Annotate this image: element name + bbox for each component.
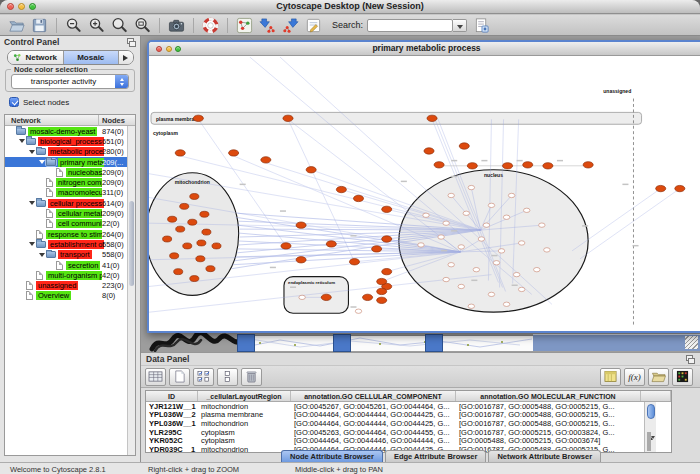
tree-row[interactable]: multi-organism pro42(0)	[5, 270, 135, 280]
magnifier-minus-icon	[65, 17, 82, 34]
network-canvas[interactable]: plasma membrane cytoplasm unassigned mit…	[149, 57, 700, 331]
tree-row[interactable]: metabolic process280(0)	[5, 147, 135, 157]
tab-network[interactable]: Network	[8, 51, 64, 64]
network-window-titlebar[interactable]: primary metabolic process	[149, 42, 700, 56]
column-header[interactable]: ID	[146, 391, 198, 401]
tree-row[interactable]: Overview8(0)	[5, 291, 135, 301]
scroll-down-icon[interactable]	[649, 432, 651, 451]
attribute-table-header[interactable]: ID _cellularLayoutRegion annotation.GO C…	[146, 391, 671, 402]
zoom-in-button[interactable]	[85, 16, 108, 35]
table-row[interactable]: YPL036W__2plasma membrane[GO:0044464, GO…	[146, 411, 671, 420]
open-session-button[interactable]	[5, 16, 28, 35]
network-export-icon	[282, 17, 299, 34]
tree-row[interactable]: response to stimulu264(0)	[5, 229, 135, 239]
zoom-selected-button[interactable]	[108, 16, 131, 35]
endoplasmic-reticulum-region[interactable]: endoplasmic reticulum	[284, 277, 348, 314]
tab-overflow-arrow-icon[interactable]	[119, 51, 133, 64]
attribute-matrix-button[interactable]	[672, 368, 693, 386]
expander-icon[interactable]	[28, 239, 36, 249]
network-view-window[interactable]: primary metabolic process plasma membran…	[147, 40, 700, 333]
dropdown-stepper-icon[interactable]	[115, 75, 128, 88]
expander-icon[interactable]	[38, 157, 46, 167]
expander-icon[interactable]	[28, 198, 36, 208]
expander-icon[interactable]	[18, 136, 26, 146]
save-table-icon	[603, 370, 618, 383]
tab-edge-attribute-browser[interactable]: Edge Attribute Browser	[385, 450, 486, 462]
export-network-button[interactable]	[279, 16, 302, 35]
file-icon	[46, 178, 53, 187]
close-button[interactable]	[156, 46, 162, 52]
node-color-dropdown[interactable]: transporter activity	[11, 74, 129, 89]
vizmapper-button[interactable]	[302, 16, 325, 35]
select-nodes-checkbox[interactable]	[9, 97, 19, 107]
table-row[interactable]: YJR121W__1mitochondrion[GO:0045267, GO:0…	[146, 402, 671, 411]
float-panel-icon[interactable]	[686, 355, 695, 364]
table-row[interactable]: YPL036W__1mitochondrion[GO:0044464, GO:0…	[146, 419, 671, 428]
tree-label: metabolic process	[48, 147, 104, 156]
tree-row[interactable]: secretion41(0)	[5, 260, 135, 270]
tree-row[interactable]: cellular process614(0)	[5, 198, 135, 208]
help-button[interactable]	[199, 16, 222, 35]
lifesaver-icon	[202, 17, 219, 34]
tab-network-attribute-browser[interactable]: Network Attribute Browser	[488, 450, 601, 462]
file-icon	[36, 271, 43, 280]
scrollbar-thumb[interactable]	[647, 404, 655, 419]
table-row[interactable]: YLR295Ccytoplasm[GO:0045263, GO:0044464,…	[146, 428, 671, 437]
attribute-table-button[interactable]	[145, 368, 166, 386]
tree-row[interactable]: cellular metabo209(0)	[5, 208, 135, 218]
function-builder-button[interactable]: f(x)	[624, 368, 645, 386]
app-title: Cytoscape Desktop (New Session)	[0, 0, 700, 13]
app-titlebar[interactable]: Cytoscape Desktop (New Session)	[0, 0, 700, 14]
export-image-button[interactable]	[165, 16, 188, 35]
tab-node-attribute-browser[interactable]: Node Attribute Browser	[281, 450, 383, 462]
plasma-membrane-region[interactable]: plasma membrane	[151, 112, 642, 124]
table-row[interactable]: YKR052Ccytoplasm[GO:0044464, GO:0044446,…	[146, 436, 671, 445]
new-attribute-button[interactable]	[169, 368, 190, 386]
expander-icon[interactable]	[28, 147, 36, 157]
column-nodes[interactable]: Nodes	[102, 116, 125, 125]
tree-row[interactable]: cell communicat22(0)	[5, 219, 135, 229]
tree-row[interactable]: establishment of lo558(0)	[5, 239, 135, 249]
search-settings-button[interactable]	[470, 16, 493, 35]
table-scrollbar[interactable]	[644, 402, 656, 452]
delete-attribute-button[interactable]	[241, 368, 262, 386]
save-table-button[interactable]	[600, 368, 621, 386]
tree-row[interactable]: biological_process651(0)	[5, 136, 135, 146]
column-header[interactable]: annotation.GO CELLULAR_COMPONENT	[291, 391, 456, 401]
select-attributes-button[interactable]	[193, 368, 214, 386]
tree-header[interactable]: Network Nodes	[5, 115, 135, 126]
save-session-button[interactable]	[28, 16, 51, 35]
tab-mosaic[interactable]: Mosaic	[64, 51, 120, 64]
search-input[interactable]	[367, 19, 453, 32]
attribute-table: ID _cellularLayoutRegion annotation.GO C…	[145, 390, 672, 453]
tree-scrollbar[interactable]	[127, 126, 135, 455]
import-network-button[interactable]	[256, 16, 279, 35]
tree-row-selected[interactable]: primary metabo209(...	[5, 157, 135, 167]
scrollbar-thumb[interactable]	[129, 201, 134, 286]
folder-icon	[16, 128, 26, 135]
column-header[interactable]: annotation.GO MOLECULAR_FUNCTION	[456, 391, 641, 401]
float-panel-icon[interactable]	[127, 38, 136, 47]
unselect-attributes-button[interactable]	[217, 368, 238, 386]
column-network[interactable]: Network	[11, 116, 41, 125]
tree-row[interactable]: macromolecule311(0)	[5, 188, 135, 198]
tree-row[interactable]: nucleobase-209(0)	[5, 167, 135, 177]
create-network-view-button[interactable]	[233, 16, 256, 35]
resize-grip-icon[interactable]	[685, 336, 698, 349]
table-grid-icon	[148, 370, 163, 383]
zoom-window-button[interactable]	[175, 46, 181, 52]
background-network-fragment	[149, 333, 244, 352]
search-dropdown-button[interactable]	[453, 19, 467, 32]
expander-icon[interactable]	[38, 250, 46, 260]
column-header[interactable]: _cellularLayoutRegion	[198, 391, 291, 401]
minimize-button[interactable]	[166, 46, 172, 52]
data-panel: Data Panel f(x) ID	[141, 352, 700, 462]
zoom-fit-button[interactable]	[131, 16, 154, 35]
tree-row[interactable]: transport558(0)	[5, 250, 135, 260]
control-panel-tabs: Network Mosaic	[7, 50, 134, 65]
import-attributes-button[interactable]	[648, 368, 669, 386]
tree-row[interactable]: mosaic-demo-yeast874(0)	[5, 126, 135, 136]
tree-row[interactable]: nitrogen compo209(0)	[5, 177, 135, 187]
tree-row[interactable]: unassigned223(0)	[5, 280, 135, 290]
zoom-out-button[interactable]	[62, 16, 85, 35]
